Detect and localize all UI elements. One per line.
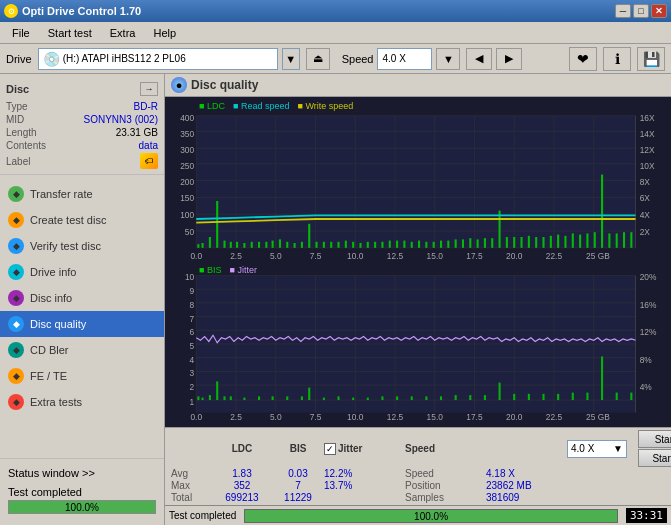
svg-text:6X: 6X — [640, 192, 650, 203]
menu-help[interactable]: Help — [145, 25, 184, 41]
jitter-checkbox-container[interactable]: ✓ Jitter — [324, 443, 404, 455]
svg-text:20.0: 20.0 — [506, 250, 522, 261]
svg-text:2.5: 2.5 — [230, 411, 242, 422]
svg-rect-89 — [477, 239, 479, 247]
label-label: Label — [6, 156, 30, 167]
svg-rect-60 — [265, 242, 267, 248]
svg-text:16%: 16% — [640, 299, 657, 310]
svg-rect-91 — [491, 238, 493, 248]
info-button[interactable]: ℹ — [603, 47, 631, 71]
svg-rect-102 — [572, 233, 574, 247]
position-value: 23862 MB — [486, 480, 566, 491]
stats-row-headers: LDC BIS ✓ Jitter Speed 4.0 X ▼ Start ful… — [171, 430, 665, 467]
svg-rect-72 — [352, 242, 354, 248]
statusbar-time: 33:31 — [626, 508, 667, 523]
maximize-button[interactable]: □ — [633, 4, 649, 18]
svg-rect-183 — [469, 395, 471, 400]
menu-start-test[interactable]: Start test — [40, 25, 100, 41]
svg-text:2: 2 — [190, 381, 195, 392]
svg-rect-192 — [601, 356, 603, 400]
svg-text:5.0: 5.0 — [270, 411, 282, 422]
position-label: Position — [405, 480, 485, 491]
menu-file[interactable]: File — [4, 25, 38, 41]
svg-rect-180 — [425, 396, 427, 400]
next-speed-button[interactable]: ▶ — [496, 48, 522, 70]
drive-selector[interactable]: 💿 (H:) ATAPI iHBS112 2 PL06 — [38, 48, 278, 70]
mid-label: MID — [6, 114, 24, 125]
start-part-button[interactable]: Start part — [638, 449, 671, 467]
prev-speed-button[interactable]: ◀ — [466, 48, 492, 70]
favorites-button[interactable]: ❤ — [569, 47, 597, 71]
extra-tests-icon: ◆ — [8, 394, 24, 410]
svg-rect-175 — [352, 398, 354, 400]
svg-text:10.0: 10.0 — [347, 411, 363, 422]
speed-result-value: 4.0 X — [571, 443, 594, 454]
svg-rect-104 — [586, 233, 588, 247]
svg-rect-74 — [367, 242, 369, 248]
eject-button[interactable]: ⏏ — [306, 48, 330, 70]
svg-rect-108 — [616, 233, 618, 247]
svg-rect-170 — [286, 396, 288, 400]
start-full-button[interactable]: Start full — [638, 430, 671, 448]
svg-text:50: 50 — [185, 226, 194, 237]
svg-rect-101 — [564, 236, 566, 248]
status-window-button[interactable]: Status window >> — [0, 463, 164, 483]
svg-text:3: 3 — [190, 368, 195, 379]
drive-dropdown-button[interactable]: ▼ — [282, 48, 300, 70]
svg-rect-86 — [455, 239, 457, 247]
svg-rect-59 — [258, 242, 260, 248]
avg-label: Avg — [171, 468, 211, 479]
sidebar-item-cd-bler[interactable]: ◆ CD Bler — [0, 337, 164, 363]
drive-info-icon: ◆ — [8, 264, 24, 280]
jitter-checkbox[interactable]: ✓ — [324, 443, 336, 455]
menu-extra[interactable]: Extra — [102, 25, 144, 41]
sidebar-item-verify-test-disc[interactable]: ◆ Verify test disc — [0, 233, 164, 259]
bottom-chart-legend: ■ BIS ■ Jitter — [199, 265, 257, 275]
sidebar-item-disc-info[interactable]: ◆ Disc info — [0, 285, 164, 311]
max-jitter: 13.7% — [324, 480, 404, 491]
top-chart: ■ LDC ■ Read speed ■ Write speed — [167, 99, 669, 261]
svg-rect-90 — [484, 238, 486, 248]
avg-ldc: 1.83 — [212, 468, 272, 479]
svg-rect-178 — [396, 396, 398, 400]
svg-rect-80 — [411, 242, 413, 248]
transfer-rate-icon: ◆ — [8, 186, 24, 202]
svg-rect-57 — [243, 243, 245, 248]
sidebar-item-drive-info[interactable]: ◆ Drive info — [0, 259, 164, 285]
disc-arrow-button[interactable]: → — [140, 82, 158, 96]
avg-speed-label: Speed — [405, 468, 485, 479]
svg-rect-81 — [418, 241, 420, 248]
minimize-button[interactable]: ─ — [615, 4, 631, 18]
sidebar-item-disc-quality[interactable]: ◆ Disc quality — [0, 311, 164, 337]
speed-result-selector[interactable]: 4.0 X ▼ — [567, 440, 627, 458]
speed-dropdown-button[interactable]: ▼ — [436, 48, 460, 70]
ldc-header: LDC — [212, 443, 272, 454]
speed-header: Speed — [405, 443, 485, 454]
svg-text:200: 200 — [180, 177, 194, 188]
svg-rect-103 — [579, 235, 581, 248]
svg-rect-193 — [616, 393, 618, 400]
extra-tests-label: Extra tests — [30, 396, 82, 408]
svg-rect-162 — [202, 398, 204, 400]
sidebar-item-fe-te[interactable]: ◆ FE / TE — [0, 363, 164, 389]
total-bis: 11229 — [273, 492, 323, 503]
sidebar-item-extra-tests[interactable]: ◆ Extra tests — [0, 389, 164, 415]
sidebar-item-transfer-rate[interactable]: ◆ Transfer rate — [0, 181, 164, 207]
start-buttons: Start full Start part — [638, 430, 671, 467]
svg-text:4%: 4% — [640, 381, 652, 392]
svg-text:8: 8 — [190, 299, 195, 310]
save-button[interactable]: 💾 — [637, 47, 665, 71]
close-button[interactable]: ✕ — [651, 4, 667, 18]
svg-rect-168 — [258, 396, 260, 400]
create-test-disc-label: Create test disc — [30, 214, 106, 226]
read-speed-legend: ■ Read speed — [233, 101, 289, 111]
svg-rect-77 — [389, 241, 391, 248]
svg-text:10.0: 10.0 — [347, 250, 363, 261]
sidebar-item-create-test-disc[interactable]: ◆ Create test disc — [0, 207, 164, 233]
label-icon-button[interactable]: 🏷 — [140, 153, 158, 169]
svg-rect-67 — [316, 242, 318, 248]
max-bis: 7 — [273, 480, 323, 491]
svg-rect-79 — [403, 241, 405, 248]
svg-text:15.0: 15.0 — [427, 250, 443, 261]
speed-selector[interactable]: 4.0 X — [377, 48, 432, 70]
